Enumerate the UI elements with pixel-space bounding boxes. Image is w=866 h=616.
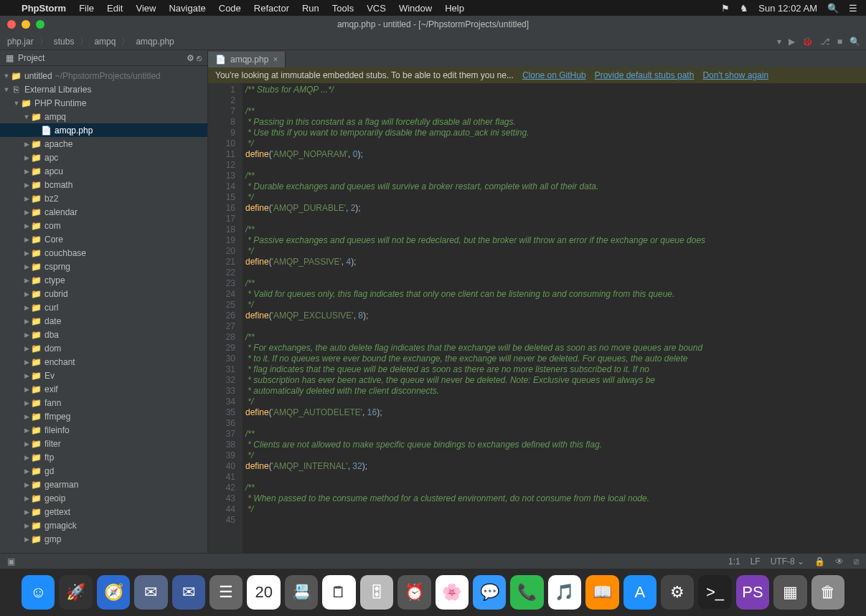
tree-item[interactable]: ▶📁apcu xyxy=(0,164,207,178)
dock-app-icon[interactable]: A xyxy=(623,575,656,610)
tree-item[interactable]: ▶📁calendar xyxy=(0,205,207,219)
minimize-button[interactable] xyxy=(22,20,30,29)
dock-app-icon[interactable]: 📇 xyxy=(285,575,318,610)
menu-edit[interactable]: Edit xyxy=(107,3,123,14)
tree-item[interactable]: ▶📁gmp xyxy=(0,532,207,546)
line-ending[interactable]: LF xyxy=(750,556,761,567)
clone-link[interactable]: Clone on GitHub xyxy=(522,70,586,80)
zoom-button[interactable] xyxy=(36,20,44,29)
dock-app-icon[interactable]: ⚙ xyxy=(661,575,694,610)
menu-navigate[interactable]: Navigate xyxy=(169,3,205,14)
tool-window-icon[interactable]: ▣ xyxy=(7,556,15,567)
stubs-path-link[interactable]: Provide default stubs path xyxy=(595,70,695,80)
tree-item[interactable]: ▶📁curl xyxy=(0,300,207,314)
tree-item[interactable]: ▶📁enchant xyxy=(0,355,207,369)
project-panel-header[interactable]: ▦Project⚙ ⎋ xyxy=(0,50,207,66)
tree-item[interactable]: ▶📁Ev xyxy=(0,369,207,382)
tree-item[interactable]: ▶📁com xyxy=(0,219,207,232)
tree-item[interactable]: ▶📁cubrid xyxy=(0,287,207,300)
dock-app-icon[interactable]: 📞 xyxy=(510,575,543,610)
menu-window[interactable]: Window xyxy=(399,3,432,14)
tree-item[interactable]: ▶📁geoip xyxy=(0,491,207,505)
menu-tools[interactable]: Tools xyxy=(332,3,354,14)
code-editor[interactable]: 1278910111213141516171819202122232425262… xyxy=(208,83,866,553)
caret-position[interactable]: 1:1 xyxy=(728,556,740,567)
dock-app-icon[interactable]: 🧭 xyxy=(97,575,130,610)
tree-item[interactable]: 📄amqp.php xyxy=(0,123,207,137)
tree-item[interactable]: ▶📁date xyxy=(0,314,207,328)
hector-icon[interactable]: ⎚ xyxy=(854,556,859,567)
tab-amqp[interactable]: 📄 amqp.php × xyxy=(208,52,286,67)
dock-app-icon[interactable]: 🗒 xyxy=(322,575,355,610)
dock-app-icon[interactable]: ⏰ xyxy=(397,575,430,610)
project-tree[interactable]: ▼📁untitled~/PhpstormProjects/untitled▼⎘E… xyxy=(0,66,207,553)
dock-app-icon[interactable]: 🌸 xyxy=(436,575,469,610)
coverage-icon[interactable]: ⎇ xyxy=(820,37,830,47)
tree-item[interactable]: ▶📁ffmpeg xyxy=(0,409,207,423)
tree-item[interactable]: ▼⎘External Libraries xyxy=(0,82,207,96)
lock-icon[interactable]: 🔒 xyxy=(814,556,825,567)
dock-app-icon[interactable]: ✉ xyxy=(134,575,167,610)
dock-app-icon[interactable]: PS xyxy=(736,575,769,610)
tree-item[interactable]: ▶📁bz2 xyxy=(0,191,207,205)
tree-item[interactable]: ▶📁gd xyxy=(0,464,207,478)
search-icon[interactable]: 🔍 xyxy=(849,37,860,47)
tree-item[interactable]: ▶📁fileinfo xyxy=(0,423,207,437)
dock-app-icon[interactable]: ☺ xyxy=(22,575,55,610)
tree-item[interactable]: ▶📁gettext xyxy=(0,505,207,518)
app-name[interactable]: PhpStorm xyxy=(22,3,66,14)
dock-app-icon[interactable]: >_ xyxy=(698,575,731,610)
menu-view[interactable]: View xyxy=(136,3,156,14)
menu-refactor[interactable]: Refactor xyxy=(254,3,289,14)
dock-app-icon[interactable]: ▦ xyxy=(773,575,806,610)
run-config-dropdown[interactable]: ▾ xyxy=(777,37,781,47)
tree-item[interactable]: ▶📁dba xyxy=(0,328,207,341)
close-button[interactable] xyxy=(7,20,16,29)
breadcrumb[interactable]: php.jar〉 stubs〉 ampq〉 amqp.php xyxy=(6,35,176,47)
tree-item[interactable]: ▶📁fann xyxy=(0,396,207,409)
tree-item[interactable]: ▶📁apc xyxy=(0,151,207,164)
tree-item[interactable]: ▶📁Core xyxy=(0,232,207,246)
inspector-icon[interactable]: 👁 xyxy=(835,556,844,567)
dock-app-icon[interactable]: 🎛 xyxy=(360,575,393,610)
debug-icon[interactable]: 🐞 xyxy=(802,37,813,47)
tree-item[interactable]: ▶📁gmagick xyxy=(0,518,207,532)
bc-item[interactable]: stubs xyxy=(52,37,76,47)
menu-file[interactable]: File xyxy=(79,3,94,14)
code-area[interactable]: /** Stubs for AMQP ...*/ /** * Passing i… xyxy=(243,83,866,553)
tree-item[interactable]: ▶📁filter xyxy=(0,437,207,450)
close-icon[interactable]: × xyxy=(273,55,278,65)
tree-item[interactable]: ▶📁csprng xyxy=(0,260,207,273)
dock-app-icon[interactable]: 🚀 xyxy=(59,575,92,610)
spotlight-icon[interactable]: 🔍 xyxy=(827,3,839,14)
dock-app-icon[interactable]: ✉ xyxy=(172,575,205,610)
bc-item[interactable]: amqp.php xyxy=(134,37,175,47)
dock-app-icon[interactable]: 🎵 xyxy=(548,575,581,610)
stop-icon[interactable]: ■ xyxy=(837,37,842,47)
status-icon[interactable]: ⚑ xyxy=(721,3,730,14)
dock-app-icon[interactable]: 20 xyxy=(247,575,280,610)
tree-item[interactable]: ▶📁apache xyxy=(0,137,207,151)
tree-item[interactable]: ▶📁ftp xyxy=(0,450,207,464)
encoding[interactable]: UTF-8 xyxy=(771,556,795,567)
dock-app-icon[interactable]: 📖 xyxy=(585,575,618,610)
menu-icon[interactable]: ☰ xyxy=(849,3,857,14)
run-icon[interactable]: ▶ xyxy=(789,37,795,47)
menu-run[interactable]: Run xyxy=(302,3,319,14)
dismiss-link[interactable]: Don't show again xyxy=(702,70,768,80)
bc-item[interactable]: ampq xyxy=(93,37,117,47)
tree-item[interactable]: ▶📁gearman xyxy=(0,478,207,491)
tree-item[interactable]: ▶📁dom xyxy=(0,341,207,355)
dock-app-icon[interactable]: ☰ xyxy=(210,575,243,610)
tree-item[interactable]: ▶📁ctype xyxy=(0,273,207,287)
menu-vcs[interactable]: VCS xyxy=(367,3,386,14)
menu-code[interactable]: Code xyxy=(219,3,241,14)
tree-item[interactable]: ▼📁untitled~/PhpstormProjects/untitled xyxy=(0,69,207,82)
tree-item[interactable]: ▼📁ampq xyxy=(0,110,207,123)
status-icon[interactable]: ♞ xyxy=(740,3,748,14)
tree-item[interactable]: ▶📁couchbase xyxy=(0,246,207,260)
tree-item[interactable]: ▶📁exif xyxy=(0,382,207,396)
menu-help[interactable]: Help xyxy=(445,3,464,14)
tree-item[interactable]: ▼📁PHP Runtime xyxy=(0,96,207,110)
bc-item[interactable]: php.jar xyxy=(6,37,35,47)
